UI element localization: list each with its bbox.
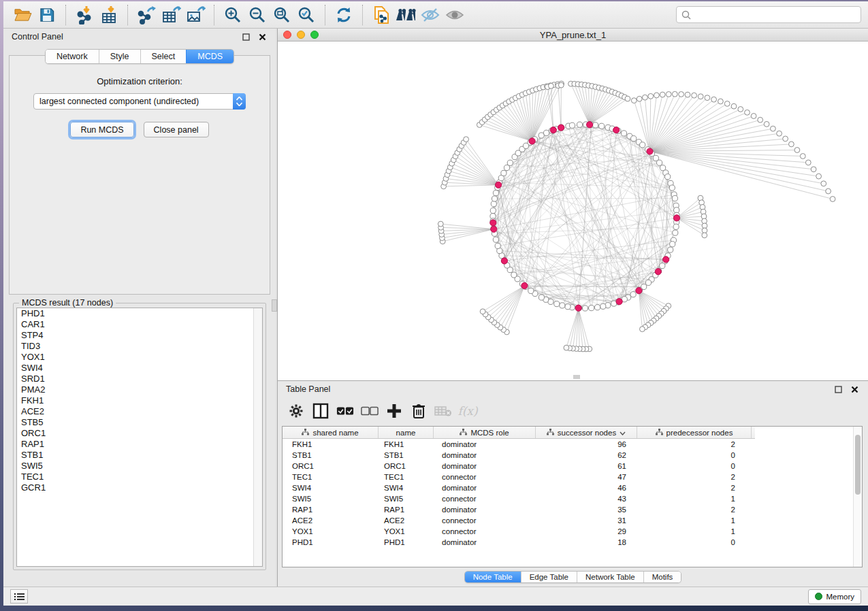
- export-network-icon[interactable]: [136, 5, 157, 25]
- result-list-item[interactable]: YOX1: [17, 352, 262, 363]
- table-row[interactable]: ACE2ACE2connector311: [283, 515, 862, 526]
- tab-select[interactable]: Select: [140, 50, 187, 63]
- tab-node-table[interactable]: Node Table: [465, 572, 521, 582]
- result-list-item[interactable]: PMA2: [17, 384, 262, 395]
- table-row[interactable]: TEC1TEC1connector472: [283, 472, 862, 482]
- network-search-box[interactable]: [676, 6, 861, 23]
- cell-predecessor-nodes: 0: [637, 538, 752, 546]
- binoculars-icon[interactable]: [396, 5, 416, 25]
- table-row[interactable]: RAP1RAP1dominator352: [283, 504, 862, 515]
- result-list-item[interactable]: GCR1: [17, 482, 262, 493]
- result-list-item[interactable]: TID3: [17, 341, 262, 352]
- close-window-icon[interactable]: [283, 31, 291, 39]
- float-panel-icon[interactable]: [240, 31, 251, 42]
- result-list-item[interactable]: PHD1: [17, 308, 262, 319]
- result-list-item[interactable]: SWI4: [17, 363, 262, 374]
- cell-shared-name: PHD1: [283, 538, 379, 546]
- result-list-item[interactable]: TEC1: [17, 472, 262, 482]
- table-panel: Table Panel: [278, 381, 868, 587]
- result-list-item[interactable]: CAR1: [17, 319, 262, 330]
- hide-selected-eye-icon[interactable]: [420, 5, 440, 25]
- result-list-scrollbar[interactable]: [253, 308, 262, 566]
- close-panel-icon[interactable]: [257, 31, 268, 42]
- delete-column-icon[interactable]: [410, 402, 428, 420]
- result-list-item[interactable]: ACE2: [17, 406, 262, 417]
- tab-mcds[interactable]: MCDS: [186, 50, 234, 63]
- result-list-item[interactable]: STP4: [17, 330, 262, 341]
- cell-MCDS-role: connector: [434, 527, 536, 535]
- table-row[interactable]: ORC1ORC1dominator610: [283, 461, 862, 472]
- save-session-icon[interactable]: [37, 5, 57, 25]
- column-header-MCDS-role[interactable]: MCDS role: [434, 427, 536, 438]
- table-row[interactable]: PHD1PHD1dominator180: [283, 537, 862, 548]
- tab-edge-table[interactable]: Edge Table: [521, 572, 577, 582]
- apply-function-icon[interactable]: f(x): [459, 402, 477, 420]
- zoom-out-icon[interactable]: [247, 5, 268, 25]
- network-canvas[interactable]: [278, 42, 868, 380]
- cell-shared-name: RAP1: [283, 506, 379, 514]
- result-list-item[interactable]: RAP1: [17, 439, 262, 450]
- zoom-fit-icon[interactable]: [272, 5, 292, 25]
- refresh-icon[interactable]: [334, 5, 354, 25]
- zoom-in-icon[interactable]: [223, 5, 243, 25]
- add-column-icon[interactable]: [385, 402, 403, 420]
- import-network-icon[interactable]: [74, 5, 95, 25]
- open-file-icon[interactable]: [12, 5, 33, 25]
- column-header-label: shared name: [312, 429, 358, 437]
- cell-shared-name: ORC1: [283, 462, 379, 470]
- show-all-eye-icon[interactable]: [445, 5, 465, 25]
- table-row[interactable]: SWI5SWI5connector431: [283, 493, 862, 504]
- tab-network-table[interactable]: Network Table: [577, 572, 643, 582]
- show-column-icon[interactable]: [312, 402, 329, 420]
- run-mcds-button[interactable]: Run MCDS: [70, 122, 133, 137]
- column-header-predecessor-nodes[interactable]: predecessor nodes: [637, 427, 752, 438]
- memory-label: Memory: [826, 593, 854, 601]
- node-table[interactable]: shared namenameMCDS rolesuccessor nodesp…: [282, 426, 863, 567]
- result-list-item[interactable]: FKH1: [17, 395, 262, 406]
- import-table-icon[interactable]: [99, 5, 119, 25]
- table-tabs: Node TableEdge TableNetwork TableMotifs: [278, 567, 868, 587]
- table-scrollbar[interactable]: [853, 427, 862, 567]
- table-row[interactable]: YOX1YOX1connector291: [283, 526, 862, 537]
- mcds-result-groupbox: MCDS result (17 nodes) PHD1CAR1STP4TID3Y…: [13, 303, 266, 570]
- export-image-icon[interactable]: [185, 5, 206, 25]
- close-table-panel-icon[interactable]: [849, 384, 860, 395]
- minimize-window-icon[interactable]: [297, 31, 305, 39]
- result-list-item[interactable]: SRD1: [17, 374, 262, 384]
- memory-button[interactable]: Memory: [808, 589, 861, 604]
- tab-motifs[interactable]: Motifs: [643, 572, 681, 582]
- close-panel-button[interactable]: Close panel: [144, 122, 209, 137]
- result-list-item[interactable]: SWI5: [17, 461, 262, 472]
- network-window-titlebar[interactable]: YPA_prune.txt_1: [278, 29, 868, 42]
- cell-shared-name: TEC1: [283, 473, 379, 481]
- select-all-checkboxes-icon[interactable]: [336, 402, 354, 420]
- table-row[interactable]: STB1STB1dominator620: [283, 450, 862, 461]
- table-scrollbar-thumb[interactable]: [855, 435, 861, 495]
- result-list-item[interactable]: STB1: [17, 450, 262, 461]
- table-row[interactable]: FKH1FKH1dominator962: [283, 439, 862, 450]
- tab-style[interactable]: Style: [99, 50, 140, 63]
- search-input[interactable]: [694, 10, 856, 20]
- column-header-shared-name[interactable]: shared name: [283, 427, 379, 438]
- column-header-successor-nodes[interactable]: successor nodes: [536, 427, 637, 438]
- maximize-window-icon[interactable]: [310, 31, 319, 39]
- canvas-scroll-nub[interactable]: [573, 375, 580, 379]
- column-header-name[interactable]: name: [379, 427, 434, 438]
- task-history-button[interactable]: [10, 589, 28, 604]
- mcds-result-list[interactable]: PHD1CAR1STP4TID3YOX1SWI4SRD1PMA2FKH1ACE2…: [16, 308, 263, 567]
- tab-network[interactable]: Network: [46, 50, 99, 63]
- zoom-selected-icon[interactable]: [296, 5, 317, 25]
- float-table-panel-icon[interactable]: [833, 384, 843, 395]
- table-row[interactable]: SWI4SWI4dominator462: [283, 482, 862, 493]
- deselect-all-checkboxes-icon[interactable]: [361, 402, 379, 420]
- column-header-label: name: [396, 429, 416, 437]
- cell-successor-nodes: 47: [536, 473, 637, 481]
- delete-table-icon[interactable]: [434, 402, 452, 420]
- table-options-gear-icon[interactable]: [287, 402, 305, 420]
- splitter-grip[interactable]: [272, 299, 277, 312]
- criterion-select[interactable]: largest connected component (undirected): [33, 93, 246, 110]
- result-list-item[interactable]: ORC1: [17, 428, 262, 439]
- clone-network-icon[interactable]: [371, 5, 391, 25]
- result-list-item[interactable]: STB5: [17, 417, 262, 428]
- export-table-icon[interactable]: [161, 5, 181, 25]
